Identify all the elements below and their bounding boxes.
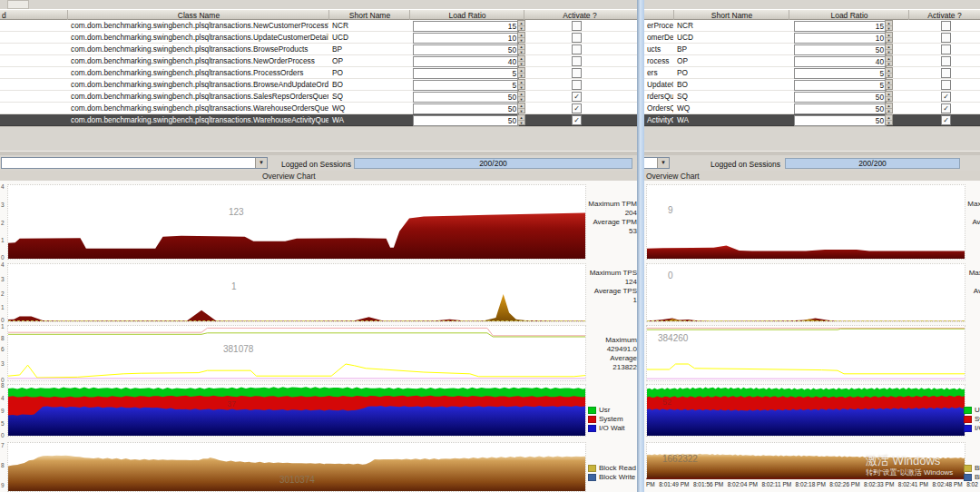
spinner-down-icon[interactable]: ▼: [518, 97, 524, 102]
table-row[interactable]: com.dom.benchmarking.swingbench.plsqltra…: [0, 44, 638, 55]
spinner-down-icon[interactable]: ▼: [886, 109, 892, 113]
table-row[interactable]: omerDetail...UCD10▲▼: [644, 32, 980, 44]
spinner-down-icon[interactable]: ▼: [518, 26, 524, 31]
spinner-down-icon[interactable]: ▼: [518, 38, 524, 43]
column-header-class-name[interactable]: Class Name: [68, 11, 329, 20]
load-ratio-spinner[interactable]: ▲▼: [517, 114, 525, 125]
load-ratio-input[interactable]: 50: [413, 103, 519, 114]
activate-checkbox[interactable]: ✓: [572, 92, 582, 102]
load-ratio-spinner[interactable]: ▲▼: [885, 20, 893, 31]
load-ratio-input[interactable]: 50: [794, 92, 887, 103]
spinner-down-icon[interactable]: ▼: [518, 121, 524, 125]
table-row[interactable]: com.dom.benchmarking.swingbench.plsqltra…: [0, 67, 638, 79]
activate-checkbox[interactable]: [941, 68, 951, 78]
stats-combobox[interactable]: ▼: [644, 157, 670, 169]
spinner-down-icon[interactable]: ▼: [518, 50, 524, 54]
table-row[interactable]: ActivityQueryWA50▲▼✓: [644, 114, 980, 126]
column-header-load-ratio[interactable]: Load Ratio: [789, 11, 909, 20]
activate-checkbox[interactable]: ✓: [572, 115, 582, 125]
column-header-short-name[interactable]: Short Name: [674, 11, 789, 20]
table-row[interactable]: UpdateOrd...BO5▲▼: [644, 79, 980, 91]
activate-checkbox[interactable]: [572, 21, 582, 31]
load-ratio-spinner[interactable]: ▲▼: [885, 67, 893, 78]
spinner-down-icon[interactable]: ▼: [886, 74, 892, 78]
load-ratio-spinner[interactable]: ▲▼: [885, 103, 893, 113]
load-ratio-spinner[interactable]: ▲▼: [517, 44, 525, 54]
spinner-down-icon[interactable]: ▼: [518, 109, 524, 113]
load-ratio-spinner[interactable]: ▲▼: [517, 103, 525, 113]
spinner-down-icon[interactable]: ▼: [518, 74, 524, 78]
activate-checkbox[interactable]: [941, 80, 951, 90]
column-header-id[interactable]: d: [2, 11, 65, 20]
activate-checkbox[interactable]: [941, 21, 951, 31]
load-ratio-spinner[interactable]: ▲▼: [885, 79, 893, 90]
activate-checkbox[interactable]: ✓: [941, 92, 951, 102]
activate-checkbox[interactable]: [941, 56, 951, 66]
load-ratio-input[interactable]: 5: [794, 80, 887, 91]
column-header-activate[interactable]: Activate ?: [909, 11, 980, 20]
load-ratio-input[interactable]: 50: [413, 44, 519, 55]
table-row[interactable]: ersPO5▲▼: [644, 67, 980, 79]
spinner-down-icon[interactable]: ▼: [886, 97, 892, 102]
table-row[interactable]: rocessOP40▲▼: [644, 55, 980, 67]
load-ratio-spinner[interactable]: ▲▼: [517, 91, 525, 102]
load-ratio-input[interactable]: 50: [794, 44, 887, 55]
spinner-down-icon[interactable]: ▼: [886, 26, 892, 31]
load-ratio-input[interactable]: 10: [794, 33, 887, 44]
load-ratio-spinner[interactable]: ▲▼: [517, 55, 525, 66]
table-row[interactable]: uctsBP50▲▼: [644, 44, 980, 55]
activate-checkbox[interactable]: ✓: [941, 115, 951, 125]
load-ratio-spinner[interactable]: ▲▼: [517, 79, 525, 90]
load-ratio-spinner[interactable]: ▲▼: [885, 32, 893, 43]
table-row[interactable]: rdersQuerySQ50▲▼✓: [644, 91, 980, 103]
spinner-down-icon[interactable]: ▼: [886, 50, 892, 54]
load-ratio-spinner[interactable]: ▲▼: [885, 114, 893, 125]
table-row[interactable]: com.dom.benchmarking.swingbench.plsqltra…: [0, 103, 638, 114]
load-ratio-spinner[interactable]: ▲▼: [517, 20, 525, 31]
column-header-short-name[interactable]: Short Name: [329, 11, 410, 20]
activate-checkbox[interactable]: [572, 44, 582, 54]
stats-combobox[interactable]: ▼: [1, 157, 268, 169]
table-row[interactable]: com.dom.benchmarking.swingbench.plsqltra…: [0, 79, 638, 91]
load-ratio-input[interactable]: 50: [794, 103, 887, 114]
load-ratio-spinner[interactable]: ▲▼: [885, 55, 893, 66]
load-ratio-input[interactable]: 15: [794, 21, 887, 32]
column-header-activate[interactable]: Activate ?: [524, 11, 635, 20]
spinner-down-icon[interactable]: ▼: [886, 62, 892, 66]
load-ratio-input[interactable]: 50: [794, 115, 887, 126]
load-ratio-input[interactable]: 50: [413, 92, 519, 103]
spinner-down-icon[interactable]: ▼: [886, 38, 892, 43]
chevron-down-icon[interactable]: ▼: [657, 158, 669, 168]
load-ratio-spinner[interactable]: ▲▼: [885, 91, 893, 102]
load-ratio-input[interactable]: 40: [794, 56, 887, 67]
activate-checkbox[interactable]: ✓: [572, 103, 582, 113]
load-ratio-input[interactable]: 50: [413, 115, 519, 126]
spinner-down-icon[interactable]: ▼: [518, 62, 524, 66]
activate-checkbox[interactable]: [941, 33, 951, 43]
activate-checkbox[interactable]: [572, 33, 582, 43]
activate-checkbox[interactable]: [572, 80, 582, 90]
load-ratio-spinner[interactable]: ▲▼: [517, 67, 525, 78]
table-row[interactable]: com.dom.benchmarking.swingbench.plsqltra…: [0, 55, 638, 67]
table-row[interactable]: com.dom.benchmarking.swingbench.plsqltra…: [0, 91, 638, 103]
load-ratio-spinner[interactable]: ▲▼: [517, 32, 525, 43]
load-ratio-input[interactable]: 5: [413, 68, 519, 79]
column-header-load-ratio[interactable]: Load Ratio: [410, 11, 524, 20]
table-row[interactable]: com.dom.benchmarking.swingbench.plsqltra…: [0, 32, 638, 44]
spinner-down-icon[interactable]: ▼: [518, 85, 524, 90]
table-row[interactable]: com.dom.benchmarking.swingbench.plsqltra…: [0, 114, 638, 126]
table-row[interactable]: com.dom.benchmarking.swingbench.plsqltra…: [0, 20, 638, 32]
load-ratio-input[interactable]: 15: [413, 21, 519, 32]
load-ratio-input[interactable]: 5: [413, 80, 519, 91]
table-row[interactable]: erProcessV2NCR15▲▼: [644, 20, 980, 32]
load-ratio-input[interactable]: 10: [413, 33, 519, 44]
activate-checkbox[interactable]: [572, 68, 582, 78]
activate-checkbox[interactable]: [572, 56, 582, 66]
activate-checkbox[interactable]: ✓: [941, 103, 951, 113]
spinner-down-icon[interactable]: ▼: [886, 121, 892, 125]
activate-checkbox[interactable]: [941, 44, 951, 54]
chevron-down-icon[interactable]: ▼: [255, 158, 267, 168]
load-ratio-spinner[interactable]: ▲▼: [885, 44, 893, 54]
load-ratio-input[interactable]: 40: [413, 56, 519, 67]
spinner-down-icon[interactable]: ▼: [886, 85, 892, 90]
